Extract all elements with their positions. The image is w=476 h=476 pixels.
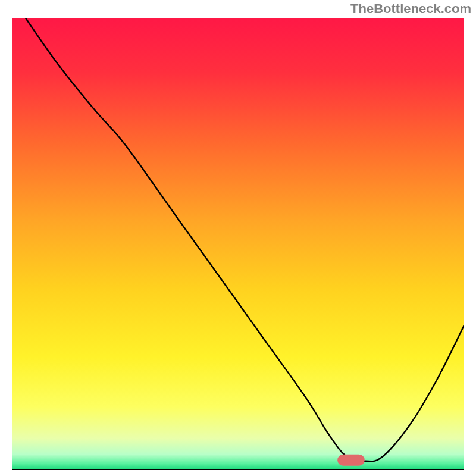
gradient-background — [12, 18, 464, 470]
optimal-marker — [337, 455, 365, 466]
bottleneck-chart — [12, 18, 464, 470]
watermark-text: TheBottleneck.com — [350, 1, 471, 17]
chart-svg — [12, 18, 464, 470]
